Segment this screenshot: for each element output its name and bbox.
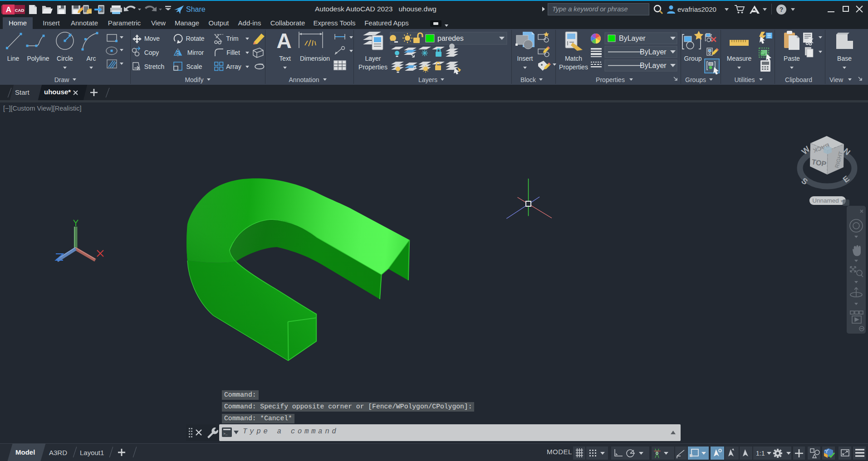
svg-text:ByLayer: ByLayer: [640, 48, 667, 56]
svg-text:A: A: [276, 29, 291, 53]
svg-text:ByLayer: ByLayer: [619, 34, 646, 42]
svg-text:1:1: 1:1: [756, 450, 765, 457]
svg-text:paredes: paredes: [437, 34, 464, 42]
svg-text:A: A: [6, 5, 11, 14]
svg-text:ByLayer: ByLayer: [640, 62, 667, 69]
svg-text:?: ?: [780, 6, 784, 13]
svg-text:CAD: CAD: [15, 8, 25, 13]
